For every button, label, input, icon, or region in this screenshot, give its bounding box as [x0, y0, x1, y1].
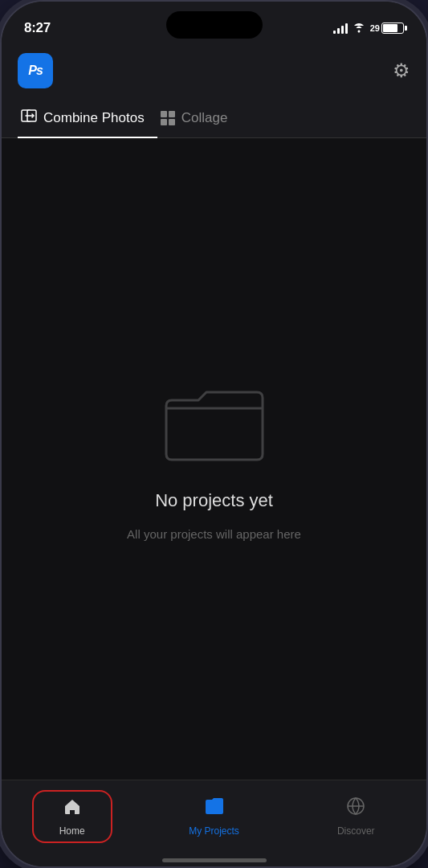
collage-label: Collage [181, 110, 228, 126]
settings-icon[interactable]: ⚙ [393, 59, 410, 82]
no-projects-title: No projects yet [155, 490, 273, 511]
nav-discover[interactable]: Discover [316, 790, 396, 843]
collage-icon [161, 111, 175, 125]
projects-label: My Projects [189, 825, 239, 837]
status-time: 8:27 [24, 20, 51, 36]
empty-folder-icon [158, 378, 271, 474]
combine-photos-icon [21, 108, 37, 128]
battery-level: 29 [370, 23, 380, 33]
signal-icon [333, 23, 348, 34]
tab-collage[interactable]: Collage [157, 96, 241, 137]
combine-photos-label: Combine Photos [43, 110, 145, 126]
tabs-container: Combine Photos Collage [2, 96, 426, 138]
bottom-nav: Home My Projects Discover [2, 780, 426, 860]
main-content: No projects yet All your projects will a… [2, 138, 426, 780]
discover-label: Discover [337, 825, 375, 837]
screen: 8:27 29 [2, 2, 426, 866]
battery-icon: 29 [370, 23, 404, 34]
home-bar [162, 858, 267, 862]
nav-my-projects[interactable]: My Projects [173, 790, 255, 843]
phone-frame: 8:27 29 [0, 0, 428, 868]
app-header: Ps ⚙ [2, 45, 426, 96]
home-icon [63, 796, 82, 821]
tab-combine-photos[interactable]: Combine Photos [18, 96, 157, 137]
ps-logo[interactable]: Ps [18, 53, 53, 88]
no-projects-subtitle: All your projects will appear here [127, 527, 301, 541]
discover-icon [346, 796, 365, 821]
status-icons: 29 [333, 22, 404, 35]
wifi-icon [353, 22, 365, 35]
projects-icon [204, 796, 225, 821]
nav-home[interactable]: Home [32, 790, 112, 843]
dynamic-island [166, 11, 263, 39]
home-indicator [2, 860, 426, 866]
home-label: Home [59, 825, 85, 837]
